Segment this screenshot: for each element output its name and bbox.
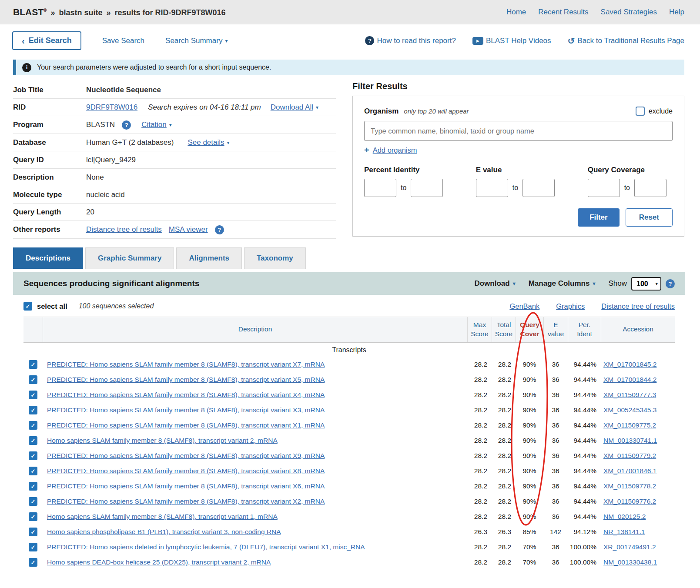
citation-link[interactable]: Citation ▾ xyxy=(141,120,172,129)
e-value: 36 xyxy=(543,482,568,490)
query-coverage-max-input[interactable] xyxy=(634,179,667,197)
percent-identity-min-input[interactable] xyxy=(364,179,396,197)
accession-link[interactable]: NM_001330741.1 xyxy=(603,437,657,444)
row-checkbox[interactable]: ✓ xyxy=(29,421,37,430)
accession-link[interactable]: XM_017001846.1 xyxy=(603,467,656,474)
column-header-description[interactable]: Description xyxy=(43,317,467,342)
percent-identity-max-input[interactable] xyxy=(411,179,443,197)
row-checkbox[interactable]: ✓ xyxy=(29,528,37,536)
accession-link[interactable]: XR_001749491.2 xyxy=(603,543,656,551)
table-row: ✓ PREDICTED: Homo sapiens SLAM family me… xyxy=(23,448,675,464)
filter-panel: Organism only top 20 will appear exclude… xyxy=(352,96,684,237)
column-header-accession[interactable]: Accession xyxy=(601,317,675,342)
query-coverage-min-input[interactable] xyxy=(588,179,620,197)
distance-tree-results-link[interactable]: Distance tree of results xyxy=(601,302,675,311)
query-cover-value: 70% xyxy=(516,543,543,551)
column-header-max-score[interactable]: MaxScore xyxy=(467,317,492,342)
show-count-select[interactable]: 100 xyxy=(631,277,661,291)
column-header-e-value[interactable]: Evalue xyxy=(543,317,568,342)
msa-viewer-link[interactable]: MSA viewer xyxy=(169,225,208,234)
description-link[interactable]: PREDICTED: Homo sapiens SLAM family memb… xyxy=(47,452,325,459)
exclude-checkbox[interactable] xyxy=(636,107,645,116)
graphics-link[interactable]: Graphics xyxy=(556,302,585,311)
results-table: Description MaxScore TotalScore QueryCov… xyxy=(13,317,685,570)
reset-button[interactable]: Reset xyxy=(626,208,673,227)
tab-taxonomy[interactable]: Taxonomy xyxy=(244,247,306,269)
accession-link[interactable]: NM_001330438.1 xyxy=(603,558,657,566)
evalue-max-input[interactable] xyxy=(522,179,555,197)
row-checkbox[interactable]: ✓ xyxy=(29,451,37,460)
column-header-total-score[interactable]: TotalScore xyxy=(492,317,516,342)
row-checkbox[interactable]: ✓ xyxy=(29,543,37,551)
row-checkbox[interactable]: ✓ xyxy=(29,406,37,414)
description-link[interactable]: PREDICTED: Homo sapiens SLAM family memb… xyxy=(47,361,325,368)
see-details-link[interactable]: See details ▾ xyxy=(188,138,229,147)
add-organism-link[interactable]: Add organism xyxy=(373,146,417,154)
nav-home[interactable]: Home xyxy=(506,8,526,17)
breadcrumb-blastn-suite[interactable]: blastn suite xyxy=(59,8,102,17)
filter-button[interactable]: Filter xyxy=(578,208,620,227)
organism-input[interactable] xyxy=(364,121,673,141)
description-link[interactable]: Homo sapiens phospholipase B1 (PLB1), tr… xyxy=(47,528,281,535)
help-videos-link[interactable]: ▶ BLAST Help Videos xyxy=(472,37,551,45)
question-icon[interactable]: ? xyxy=(122,120,131,130)
tab-alignments[interactable]: Alignments xyxy=(176,247,242,269)
description-link[interactable]: PREDICTED: Homo sapiens SLAM family memb… xyxy=(47,498,325,505)
back-to-traditional-link[interactable]: ↺ Back to Traditional Results Page xyxy=(568,37,684,45)
row-checkbox[interactable]: ✓ xyxy=(29,467,37,475)
question-icon[interactable]: ? xyxy=(666,279,675,288)
accession-link[interactable]: NM_020125.2 xyxy=(603,513,646,520)
tab-graphic-summary[interactable]: Graphic Summary xyxy=(85,247,174,269)
manage-columns-menu[interactable]: Manage Columns ▾ xyxy=(529,279,596,288)
row-checkbox[interactable]: ✓ xyxy=(29,360,37,369)
row-checkbox[interactable]: ✓ xyxy=(29,482,37,491)
save-search-link[interactable]: Save Search xyxy=(102,37,144,45)
accession-link[interactable]: NR_138141.1 xyxy=(603,528,645,535)
accession-link[interactable]: XM_011509776.2 xyxy=(603,498,656,505)
genbank-link[interactable]: GenBank xyxy=(509,302,539,311)
accession-link[interactable]: XM_017001844.2 xyxy=(603,376,656,383)
accession-link[interactable]: XM_011509775.2 xyxy=(603,421,656,429)
nav-help[interactable]: Help xyxy=(669,8,684,17)
tab-descriptions[interactable]: Descriptions xyxy=(13,247,83,269)
rid-link[interactable]: 9DRF9T8W016 xyxy=(86,103,137,112)
description-link[interactable]: Homo sapiens SLAM family member 8 (SLAMF… xyxy=(47,437,278,444)
description-link[interactable]: PREDICTED: Homo sapiens SLAM family memb… xyxy=(47,391,325,398)
row-checkbox[interactable]: ✓ xyxy=(29,375,37,384)
description-link[interactable]: PREDICTED: Homo sapiens SLAM family memb… xyxy=(47,421,325,429)
download-all-link[interactable]: Download All ▾ xyxy=(271,103,318,112)
description-link[interactable]: PREDICTED: Homo sapiens SLAM family memb… xyxy=(47,467,325,474)
how-to-read-link[interactable]: ? How to read this report? xyxy=(365,36,456,45)
column-header-per-ident[interactable]: Per.Ident xyxy=(568,317,601,342)
results-title: Sequences producing significant alignmen… xyxy=(23,279,199,288)
search-summary-link[interactable]: Search Summary ▾ xyxy=(165,37,228,45)
select-all-checkbox[interactable]: ✓ xyxy=(23,302,32,311)
distance-tree-link[interactable]: Distance tree of results xyxy=(86,225,162,234)
download-menu[interactable]: Download ▾ xyxy=(474,279,515,288)
description-link[interactable]: Homo sapiens DEAD-box helicase 25 (DDX25… xyxy=(47,558,271,566)
question-icon[interactable]: ? xyxy=(215,225,224,234)
description-link[interactable]: PREDICTED: Homo sapiens deleted in lymph… xyxy=(47,543,365,551)
edit-search-button[interactable]: ‹ Edit Search xyxy=(12,31,81,50)
accession-link[interactable]: XM_011509778.2 xyxy=(603,482,656,490)
row-checkbox[interactable]: ✓ xyxy=(29,558,37,567)
evalue-min-input[interactable] xyxy=(476,179,508,197)
row-checkbox[interactable]: ✓ xyxy=(29,436,37,445)
accession-link[interactable]: XM_011509779.2 xyxy=(603,452,656,459)
row-checkbox[interactable]: ✓ xyxy=(29,512,37,521)
column-header-query-cover[interactable]: QueryCover xyxy=(516,317,543,342)
description-link[interactable]: Homo sapiens SLAM family member 8 (SLAMF… xyxy=(47,513,278,520)
nav-saved-strategies[interactable]: Saved Strategies xyxy=(601,8,657,17)
nav-recent-results[interactable]: Recent Results xyxy=(538,8,588,17)
accession-link[interactable]: XM_017001845.2 xyxy=(603,361,656,368)
row-checkbox[interactable]: ✓ xyxy=(29,497,37,506)
description-link[interactable]: PREDICTED: Homo sapiens SLAM family memb… xyxy=(47,406,325,414)
row-checkbox[interactable]: ✓ xyxy=(29,391,37,399)
description-link[interactable]: PREDICTED: Homo sapiens SLAM family memb… xyxy=(47,376,325,383)
accession-link[interactable]: XM_011509777.3 xyxy=(603,391,656,398)
breadcrumb-separator: » xyxy=(50,8,55,17)
description-link[interactable]: PREDICTED: Homo sapiens SLAM family memb… xyxy=(47,482,325,490)
top-bar: BLAST® » blastn suite » results for RID-… xyxy=(0,0,700,24)
accession-link[interactable]: XM_005245345.3 xyxy=(603,406,656,414)
blast-logo[interactable]: BLAST® xyxy=(13,7,47,17)
